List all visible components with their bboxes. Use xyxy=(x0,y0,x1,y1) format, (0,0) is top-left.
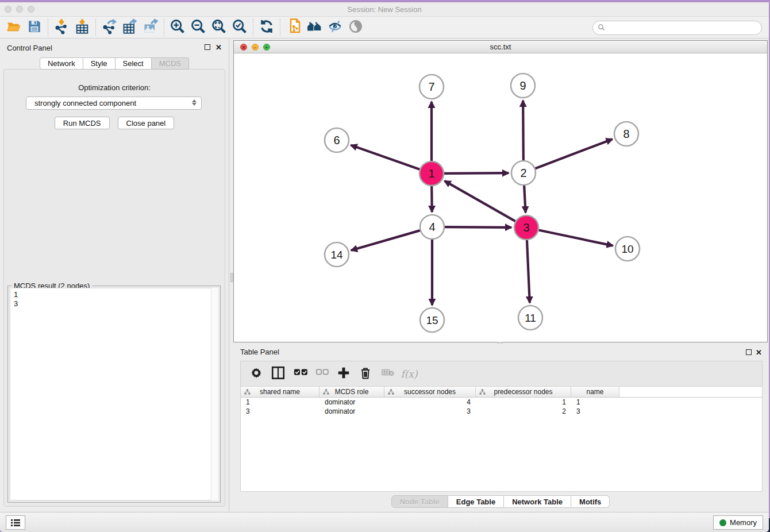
edge-2-9[interactable] xyxy=(523,101,523,160)
import-table-icon xyxy=(74,18,91,37)
float-panel-icon[interactable] xyxy=(205,44,210,50)
edge-3-1[interactable] xyxy=(445,181,515,221)
search-box[interactable] xyxy=(592,21,762,35)
export-network-icon xyxy=(101,18,118,37)
close-panel-button[interactable]: Close panel xyxy=(118,117,175,129)
column-header-successor-nodes[interactable]: successor nodes xyxy=(384,387,476,397)
control-panel-header: Control Panel ✕ xyxy=(0,38,229,57)
mcds-result-list[interactable]: 1 3 xyxy=(10,288,218,500)
graph-node-9[interactable]: 9 xyxy=(511,74,535,98)
graph-node-15[interactable]: 15 xyxy=(420,308,444,332)
svg-text:2: 2 xyxy=(520,167,526,179)
float-table-panel-icon[interactable] xyxy=(746,349,752,355)
unchecked-pair-button[interactable] xyxy=(312,364,332,384)
unchecked-pair-icon xyxy=(314,367,330,381)
svg-text:1: 1 xyxy=(428,167,434,180)
export-table-button[interactable] xyxy=(120,18,140,37)
edge-4-3[interactable] xyxy=(445,227,511,228)
cell-shared-name[interactable]: 1 xyxy=(241,398,319,407)
tab-node-table[interactable]: Node Table xyxy=(391,495,448,508)
save-button[interactable] xyxy=(24,18,45,37)
cell-predecessor-nodes[interactable]: 1 xyxy=(476,398,571,407)
graph-node-2[interactable]: 2 xyxy=(511,161,536,185)
close-table-panel-icon[interactable]: ✕ xyxy=(756,348,762,357)
graph-node-4[interactable]: 4 xyxy=(420,215,444,239)
graph-node-11[interactable]: 11 xyxy=(518,306,542,330)
network-window-titlebar[interactable]: ✕ − + scc.txt xyxy=(234,41,767,53)
optimization-criterion-select[interactable]: strongly connected component xyxy=(26,97,202,110)
zoom-fit-icon xyxy=(210,18,228,37)
cell-MCDS-role[interactable]: dominator xyxy=(319,398,384,407)
edge-3-10[interactable] xyxy=(539,230,613,246)
column-header-MCDS-role[interactable]: MCDS role xyxy=(319,387,384,397)
memory-button[interactable]: Memory xyxy=(713,515,763,530)
result-scrollbar[interactable] xyxy=(211,288,218,500)
zoom-in-button[interactable] xyxy=(167,18,188,37)
import-network-button[interactable] xyxy=(51,18,72,37)
table-row[interactable]: 1dominator411 xyxy=(241,398,762,407)
column-type-icon xyxy=(323,389,329,397)
zoom-out-button[interactable] xyxy=(188,18,209,37)
cell-successor-nodes[interactable]: 4 xyxy=(384,398,476,407)
node-table-container: f(x) shared nameMCDS rolesuccessor nodes… xyxy=(240,361,763,492)
tab-network-table[interactable]: Network Table xyxy=(504,495,571,508)
cell-MCDS-role[interactable]: dominator xyxy=(319,407,384,416)
edge-2-8[interactable] xyxy=(536,139,613,168)
graph-node-6[interactable]: 6 xyxy=(325,128,349,152)
splitter-grip-left[interactable] xyxy=(230,273,233,282)
task-history-button[interactable] xyxy=(6,515,25,530)
svg-text:15: 15 xyxy=(426,314,438,326)
statusbar: Memory xyxy=(0,512,769,532)
column-header-name[interactable]: name xyxy=(571,387,619,397)
cell-predecessor-nodes[interactable]: 2 xyxy=(476,407,571,416)
tab-motifs[interactable]: Motifs xyxy=(571,495,610,508)
open-folder-button[interactable] xyxy=(3,18,24,37)
graph-node-3[interactable]: 3 xyxy=(514,215,538,240)
cell-shared-name[interactable]: 3 xyxy=(241,407,319,416)
export-image-button[interactable] xyxy=(140,18,161,37)
mcds-result-group: MCDS result (2 nodes) 1 3 xyxy=(7,286,221,503)
tab-mcds[interactable]: MCDS xyxy=(152,57,189,70)
trash-button[interactable] xyxy=(356,364,375,384)
graph-node-14[interactable]: 14 xyxy=(325,242,349,267)
edge-2-3[interactable] xyxy=(524,186,525,213)
graph-node-7[interactable]: 7 xyxy=(419,75,444,99)
plus-button[interactable] xyxy=(334,364,353,384)
graph-node-1[interactable]: 1 xyxy=(419,161,444,186)
column-header-predecessor-nodes[interactable]: predecessor nodes xyxy=(476,387,571,397)
clone-network-button[interactable] xyxy=(283,18,304,37)
cell-successor-nodes[interactable]: 3 xyxy=(384,407,476,416)
search-input[interactable] xyxy=(608,24,761,32)
edge-3-11[interactable] xyxy=(527,240,530,303)
tab-network[interactable]: Network xyxy=(40,57,83,70)
zoom-fit-button[interactable] xyxy=(209,18,229,37)
run-mcds-button[interactable]: Run MCDS xyxy=(55,117,110,129)
edge-1-6[interactable] xyxy=(351,145,420,169)
graph-node-10[interactable]: 10 xyxy=(615,237,640,261)
show-eye-button[interactable] xyxy=(345,18,366,37)
edge-1-2[interactable] xyxy=(444,173,509,174)
tab-select[interactable]: Select xyxy=(116,57,152,70)
checked-pair-icon xyxy=(291,367,309,381)
gear-button[interactable] xyxy=(247,364,266,384)
mcds-buttons: Run MCDS Close panel xyxy=(4,117,225,129)
home-button[interactable] xyxy=(304,18,325,37)
network-canvas[interactable]: 7968124314101511 xyxy=(234,53,767,342)
cell-name[interactable]: 1 xyxy=(571,398,619,407)
column-header-shared-name[interactable]: shared name xyxy=(241,387,319,397)
refresh-button[interactable] xyxy=(256,18,277,37)
checked-pair-button[interactable] xyxy=(290,364,310,384)
edge-4-14[interactable] xyxy=(351,230,420,250)
graph-node-8[interactable]: 8 xyxy=(614,122,638,146)
split-columns-button[interactable] xyxy=(268,364,288,384)
cell-name[interactable]: 3 xyxy=(571,407,619,416)
tab-edge-table[interactable]: Edge Table xyxy=(448,495,504,508)
zoom-selected-button[interactable] xyxy=(229,18,250,37)
hide-eye-button[interactable] xyxy=(325,18,345,37)
import-table-button[interactable] xyxy=(72,18,93,37)
save-icon xyxy=(27,19,42,36)
export-network-button[interactable] xyxy=(99,18,120,37)
table-row[interactable]: 3dominator323 xyxy=(241,407,762,416)
close-panel-icon[interactable]: ✕ xyxy=(215,43,222,52)
tab-style[interactable]: Style xyxy=(83,57,116,70)
